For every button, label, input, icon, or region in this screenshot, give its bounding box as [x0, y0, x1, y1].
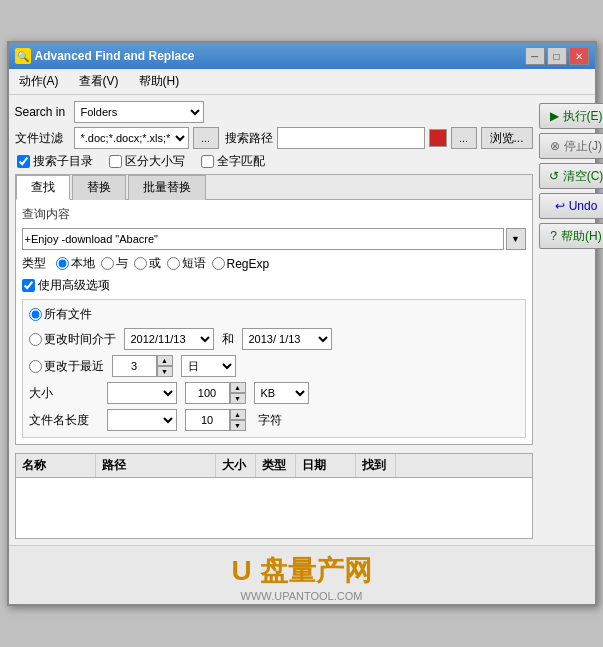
stop-button[interactable]: ⊗ 停止(J)	[539, 133, 603, 159]
file-filter-select[interactable]: *.doc;*.docx;*.xls;*.xlsx;*.t	[74, 127, 189, 149]
filename-suffix: 字符	[258, 412, 282, 429]
results-table: 名称 路径 大小 类型 日期 找到	[15, 453, 533, 539]
watermark-logo: U 盘量产网	[9, 552, 595, 590]
type-local[interactable]: 本地	[56, 255, 95, 272]
undo-icon: ↩	[555, 199, 565, 213]
query-input[interactable]	[22, 228, 504, 250]
recent-value-input[interactable]	[112, 355, 157, 377]
search-in-select[interactable]: Folders	[74, 101, 204, 123]
filename-spinner: ▲ ▼	[230, 409, 246, 431]
size-unit-select[interactable]: KB MB GB	[254, 382, 309, 404]
case-sensitive-checkbox[interactable]: 区分大小写	[109, 153, 185, 170]
recent-unit-select[interactable]: 日 周 月	[181, 355, 236, 377]
tab-bar: 查找 替换 批量替换	[16, 175, 532, 200]
size-down-btn[interactable]: ▼	[230, 393, 246, 404]
filename-value-input[interactable]	[185, 409, 230, 431]
size-value-input[interactable]	[185, 382, 230, 404]
advanced-checkbox[interactable]: 使用高级选项	[22, 277, 526, 294]
size-value-wrap: ▲ ▼	[185, 382, 246, 404]
menu-bar: 动作(A) 查看(V) 帮助(H)	[9, 69, 595, 95]
filter-path-row: 文件过滤 *.doc;*.docx;*.xls;*.xlsx;*.t ... 搜…	[15, 127, 533, 149]
date-range-row: 更改时间介于 2012/11/13 和 2013/ 1/13	[29, 328, 519, 350]
type-and[interactable]: 与	[101, 255, 128, 272]
filename-label: 文件名长度	[29, 412, 99, 429]
browse-button[interactable]: 浏览...	[481, 127, 533, 149]
query-dropdown-btn[interactable]: ▼	[506, 228, 526, 250]
size-label: 大小	[29, 385, 99, 402]
size-up-btn[interactable]: ▲	[230, 382, 246, 393]
results-body	[16, 478, 532, 538]
type-label: 类型	[22, 255, 50, 272]
recent-row: 更改于最近 ▲ ▼ 日 周	[29, 355, 519, 377]
tab-replace[interactable]: 替换	[72, 175, 126, 200]
menu-help[interactable]: 帮助(H)	[133, 71, 186, 92]
red-indicator	[429, 129, 447, 147]
title-bar: 🔍 Advanced Find and Replace ─ □ ✕	[9, 43, 595, 69]
query-input-row: ▼	[22, 228, 526, 250]
exec-icon: ▶	[550, 109, 559, 123]
recent-up-btn[interactable]: ▲	[157, 355, 173, 366]
filename-op-select[interactable]: >= <=	[107, 409, 177, 431]
col-found: 找到	[356, 454, 396, 477]
type-regexp[interactable]: RegExp	[212, 257, 270, 271]
undo-button[interactable]: ↩ Undo	[539, 193, 603, 219]
search-in-row: Search in Folders	[15, 101, 533, 123]
search-path-input[interactable]	[277, 127, 425, 149]
filename-row: 文件名长度 >= <= ▲ ▼	[29, 409, 519, 431]
close-button[interactable]: ✕	[569, 47, 589, 65]
recent-value-wrap: ▲ ▼	[112, 355, 173, 377]
col-path: 路径	[96, 454, 216, 477]
date-and-label: 和	[222, 331, 234, 348]
maximize-button[interactable]: □	[547, 47, 567, 65]
col-type: 类型	[256, 454, 296, 477]
search-subdir-checkbox[interactable]: 搜索子目录	[17, 153, 93, 170]
whole-word-checkbox[interactable]: 全字匹配	[201, 153, 265, 170]
file-filter-btn[interactable]: ...	[193, 127, 219, 149]
tab-batch-replace[interactable]: 批量替换	[128, 175, 206, 200]
main-window: 🔍 Advanced Find and Replace ─ □ ✕ 动作(A) …	[7, 41, 597, 606]
clear-button[interactable]: ↺ 清空(C)	[539, 163, 603, 189]
search-path-label: 搜索路径	[223, 130, 273, 147]
type-row: 类型 本地 与 或	[22, 255, 526, 272]
minimize-button[interactable]: ─	[525, 47, 545, 65]
clear-icon: ↺	[549, 169, 559, 183]
date-to-select[interactable]: 2013/ 1/13	[242, 328, 332, 350]
help-button[interactable]: ? 帮助(H)	[539, 223, 603, 249]
watermark: U 盘量产网 WWW.UPANTOOL.COM	[9, 545, 595, 604]
right-panel: ▶ 执行(E) ⊗ 停止(J) ↺ 清空(C) ↩ Undo ? 帮助(H)	[539, 101, 603, 539]
radio-recent[interactable]: 更改于最近	[29, 358, 104, 375]
col-name: 名称	[16, 454, 96, 477]
type-phrase[interactable]: 短语	[167, 255, 206, 272]
filename-value-wrap: ▲ ▼	[185, 409, 246, 431]
search-in-label: Search in	[15, 105, 70, 119]
tab-find[interactable]: 查找	[16, 175, 70, 200]
menu-view[interactable]: 查看(V)	[73, 71, 125, 92]
col-size: 大小	[216, 454, 256, 477]
radio-all-files[interactable]: 所有文件	[29, 306, 92, 323]
tab-content-find: 查询内容 ▼ 类型 本地 与	[16, 200, 532, 444]
radio-date-range[interactable]: 更改时间介于	[29, 331, 116, 348]
menu-action[interactable]: 动作(A)	[13, 71, 65, 92]
search-path-btn[interactable]: ...	[451, 127, 477, 149]
recent-down-btn[interactable]: ▼	[157, 366, 173, 377]
exec-button[interactable]: ▶ 执行(E)	[539, 103, 603, 129]
recent-spinner: ▲ ▼	[157, 355, 173, 377]
title-bar-left: 🔍 Advanced Find and Replace	[15, 48, 195, 64]
help-icon: ?	[550, 229, 557, 243]
table-header: 名称 路径 大小 类型 日期 找到	[16, 454, 532, 478]
size-row: 大小 >= <= ▲ ▼	[29, 382, 519, 404]
col-date: 日期	[296, 454, 356, 477]
filename-up-btn[interactable]: ▲	[230, 409, 246, 420]
date-from-select[interactable]: 2012/11/13	[124, 328, 214, 350]
main-content: Search in Folders 文件过滤 *.doc;*.docx;*.xl…	[9, 95, 595, 545]
tabs-container: 查找 替换 批量替换 查询内容 ▼ 类型	[15, 174, 533, 445]
size-op-select[interactable]: >= <=	[107, 382, 177, 404]
filename-down-btn[interactable]: ▼	[230, 420, 246, 431]
title-buttons: ─ □ ✕	[525, 47, 589, 65]
checkboxes-row: 搜索子目录 区分大小写 全字匹配	[15, 153, 533, 170]
window-title: Advanced Find and Replace	[35, 49, 195, 63]
type-or[interactable]: 或	[134, 255, 161, 272]
file-filter-label: 文件过滤	[15, 130, 70, 147]
watermark-url: WWW.UPANTOOL.COM	[9, 590, 595, 602]
app-icon: 🔍	[15, 48, 31, 64]
